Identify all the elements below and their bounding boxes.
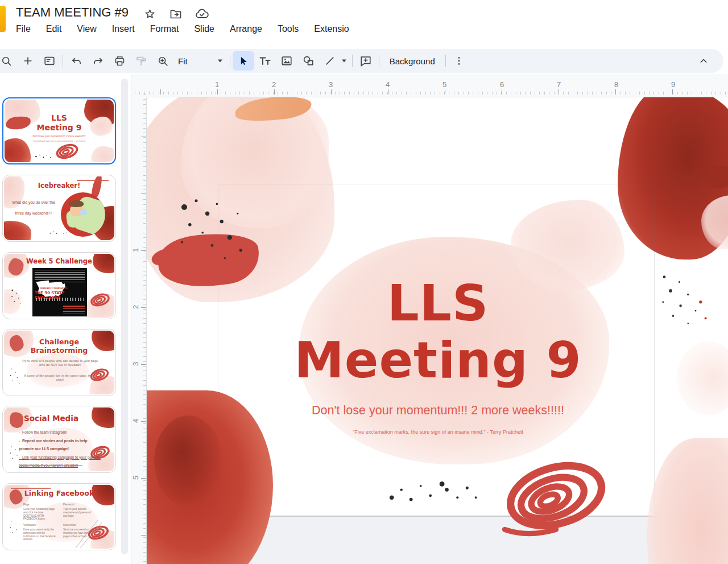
thumb1-quote: "Five exclamation marks, the sure sign o… bbox=[5, 141, 114, 142]
undo-icon[interactable] bbox=[65, 51, 87, 71]
bullet-item: - Follow the team instagram! bbox=[19, 429, 102, 437]
menu-slide[interactable]: Slide bbox=[194, 24, 214, 34]
new-slide-icon[interactable] bbox=[17, 51, 39, 71]
search-menus-icon[interactable] bbox=[0, 51, 17, 71]
menu-insert[interactable]: Insert bbox=[112, 24, 135, 34]
ruler-number: 5 bbox=[442, 80, 446, 89]
text-box-icon[interactable] bbox=[254, 51, 276, 71]
ruler-number: 9 bbox=[671, 80, 675, 89]
slide-thumbnail-2[interactable]: Icebreaker! What did you do over the thr… bbox=[2, 175, 116, 242]
select-tool-icon[interactable] bbox=[233, 51, 254, 71]
more-options-kebab-icon[interactable] bbox=[448, 51, 470, 71]
menu-format[interactable]: Format bbox=[150, 24, 179, 34]
menu-arrange[interactable]: Arrange bbox=[230, 24, 262, 34]
top-bar: TEAM MEETING #9 File Edit View Insert Fo… bbox=[0, 0, 728, 49]
menu-extensions[interactable]: Extensio bbox=[314, 24, 349, 34]
paint-format-icon[interactable] bbox=[130, 51, 152, 71]
ruler-number: 8 bbox=[614, 80, 618, 89]
watercolor-blob bbox=[4, 221, 31, 240]
sleeping-kid-illustration bbox=[61, 192, 105, 237]
insert-line-icon[interactable] bbox=[319, 51, 341, 71]
thumb2-title: Icebreaker! bbox=[4, 182, 114, 190]
ink-splatter bbox=[34, 152, 53, 161]
ruler-number: 4 bbox=[386, 80, 390, 89]
ruler-number: 2 bbox=[272, 80, 276, 89]
ruler-number: 5 bbox=[131, 476, 140, 480]
slide-filmstrip: LLS Meeting 9 Don't lose your momentum!!… bbox=[0, 74, 131, 564]
insert-image-icon[interactable] bbox=[276, 51, 297, 71]
zoom-icon[interactable] bbox=[152, 51, 173, 71]
collapse-toolbar-chevron[interactable] bbox=[694, 51, 713, 71]
toolbar-divider bbox=[379, 55, 379, 67]
insert-comment-icon[interactable] bbox=[355, 51, 377, 71]
watercolor-blob bbox=[707, 166, 728, 188]
thumb2-body: What did you do over the three day weeke… bbox=[6, 197, 61, 219]
slide-title-text[interactable]: LLS Meeting 9 bbox=[147, 275, 728, 389]
ink-splatter bbox=[384, 472, 484, 511]
ruler-number: 3 bbox=[329, 80, 333, 89]
ruler-number: 7 bbox=[557, 80, 561, 89]
bullet-item: - Link your fundraising campaign to your… bbox=[19, 454, 102, 470]
slides-logo[interactable] bbox=[0, 6, 6, 32]
slide-thumbnail-5[interactable]: Social Media - Follow the team instagram… bbox=[2, 406, 116, 473]
thumb6-title: Linking Facebook bbox=[4, 489, 114, 497]
thumb4-para2: If some of the people live in the same s… bbox=[21, 374, 99, 382]
watercolor-blob bbox=[27, 353, 89, 388]
thumb1-title: LLS Meeting 9 bbox=[5, 113, 114, 133]
toolbar-divider bbox=[352, 55, 353, 67]
redo-icon[interactable] bbox=[87, 51, 109, 71]
filmstrip-scrollbar[interactable] bbox=[121, 79, 128, 554]
ink-splatter bbox=[9, 285, 28, 310]
thumb6-col3: Verification Have your parent verify the… bbox=[23, 524, 56, 541]
menu-bar: File Edit View Insert Format Slide Arran… bbox=[16, 24, 349, 34]
toolbar-divider bbox=[63, 55, 63, 67]
watercolor-blob bbox=[154, 415, 222, 507]
toolbar-divider bbox=[445, 55, 446, 67]
ruler-number: 6 bbox=[500, 80, 504, 89]
ruler-number: 3 bbox=[131, 362, 140, 366]
thumb4-para1: Try to think of 5 people who can donate … bbox=[21, 359, 99, 367]
document-title[interactable]: TEAM MEETING #9 bbox=[16, 5, 129, 20]
ruler-number: 1 bbox=[215, 80, 219, 89]
slide-thumbnail-6[interactable]: Linking Facebook Page Go to your fundrai… bbox=[2, 483, 116, 550]
toolbar: Fit Background bbox=[0, 49, 723, 73]
fifty-state-challenge-poster: FEBRUARY 17-FEBRUARY 23 THE 50 STATE CHA… bbox=[32, 268, 87, 316]
menu-view[interactable]: View bbox=[77, 24, 96, 34]
zoom-select[interactable]: Fit bbox=[173, 56, 228, 66]
star-icon[interactable] bbox=[142, 7, 157, 22]
menu-tools[interactable]: Tools bbox=[278, 24, 299, 34]
bullet-item: - Repost our stories and posts to help p… bbox=[19, 437, 102, 454]
scribble-doodle bbox=[495, 455, 612, 541]
thumb5-title: Social Media bbox=[4, 414, 106, 423]
cloud-saved-icon[interactable] bbox=[195, 7, 209, 22]
ruler-number: 4 bbox=[131, 419, 140, 423]
slide-thumbnail-3[interactable]: Week 5 Challenge FEBRUARY 17-FEBRUARY 23… bbox=[2, 252, 116, 319]
ruler-number: 2 bbox=[131, 305, 140, 309]
tiny-text-line bbox=[77, 180, 109, 181]
thumb5-bullets: - Follow the team instagram! - Repost ou… bbox=[19, 429, 102, 470]
slide-canvas-area: 1 2 3 4 5 6 7 8 9 1 2 3 4 5 bbox=[131, 74, 728, 564]
line-dropdown-caret[interactable] bbox=[338, 51, 350, 71]
thumb3-title: Week 5 Challenge bbox=[4, 257, 114, 265]
watercolor-blob bbox=[91, 146, 114, 162]
thumb4-title: Challenge Brainstorming bbox=[4, 337, 114, 355]
thumb6-col4: Screenshot Send me a screenshot showing … bbox=[63, 524, 96, 538]
poster-dates: FEBRUARY 17-FEBRUARY 23 bbox=[40, 287, 91, 290]
thumb1-subtitle: Don't lose your momentum!!! 2 more weeks… bbox=[5, 135, 114, 138]
ruler-number: 1 bbox=[131, 248, 140, 252]
print-icon[interactable] bbox=[109, 51, 130, 71]
vertical-ruler bbox=[133, 94, 146, 564]
move-folder-icon[interactable] bbox=[168, 7, 183, 22]
menu-edit[interactable]: Edit bbox=[46, 24, 62, 34]
slide-thumbnail-4[interactable]: Challenge Brainstorming Try to think of … bbox=[2, 329, 116, 396]
insert-shape-icon[interactable] bbox=[297, 51, 319, 71]
horizontal-ruler bbox=[135, 80, 728, 94]
layouts-icon[interactable] bbox=[39, 51, 60, 71]
slide-thumbnail-1[interactable]: LLS Meeting 9 Don't lose your momentum!!… bbox=[2, 97, 116, 164]
menu-file[interactable]: File bbox=[16, 24, 31, 34]
zoom-value: Fit bbox=[178, 56, 188, 66]
toolbar-divider bbox=[230, 55, 230, 67]
background-button[interactable]: Background bbox=[382, 56, 443, 66]
scribble-doodle bbox=[89, 293, 111, 307]
thumb6-col1: Page Go to your fundraising page and cli… bbox=[23, 503, 56, 521]
